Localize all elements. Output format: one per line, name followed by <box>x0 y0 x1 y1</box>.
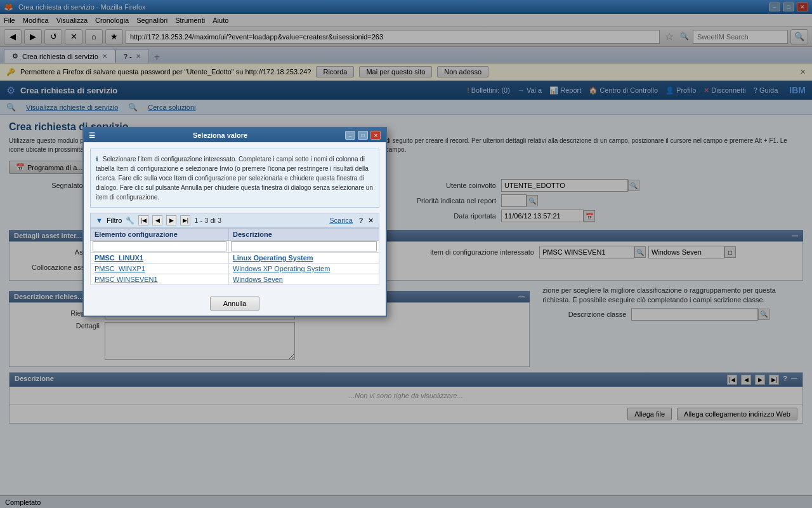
dialog-close-icon: ✕ <box>368 217 374 225</box>
dialog-row-3-desc[interactable]: Windows Seven <box>233 276 283 283</box>
dialog-nav-btn-4[interactable]: ▶| <box>180 215 190 225</box>
dialog-body: ℹ Selezionare l'item di configurazione i… <box>84 142 386 291</box>
dialog-footer: Annulla <box>84 291 386 316</box>
dialog-info-text: Selezionare l'item di configurazione int… <box>96 156 373 201</box>
dialog-nav-btn-2[interactable]: ◀ <box>152 215 162 225</box>
dialog-row-3-id[interactable]: PMSC WINSEVEN1 <box>95 276 158 283</box>
dialog-row-1-desc[interactable]: Linux Operating System <box>233 254 313 262</box>
dialog-nav-btn-3[interactable]: ▶ <box>166 215 176 225</box>
dialog-title: Seleziona valore <box>193 131 247 139</box>
dialog-row-2-desc[interactable]: Windows XP Operating System <box>233 265 330 272</box>
table-row: PMSC WINSEVEN1 Windows Seven <box>91 274 379 285</box>
dialog-nav-btn-1[interactable]: |◀ <box>138 215 148 225</box>
dialog-filter-descrizione-input[interactable] <box>231 241 377 251</box>
dialog-download-link[interactable]: Scarica <box>329 217 353 224</box>
dialog-filter-row <box>91 241 379 253</box>
dialog-close-button[interactable]: ✕ <box>370 131 381 140</box>
dialog-icon: ☰ <box>89 131 95 140</box>
table-row: PMSC_WINXP1 Windows XP Operating System <box>91 264 379 274</box>
dialog-row-2-id[interactable]: PMSC_WINXP1 <box>95 265 145 272</box>
dialog-cancel-button[interactable]: Annulla <box>210 297 260 311</box>
dialog-record-count: 1 - 3 di 3 <box>194 217 221 224</box>
dialog-titlebar: ☰ Seleziona valore – □ ✕ <box>84 128 386 142</box>
dialog-row-1-id[interactable]: PMSC_LINUX1 <box>95 254 143 262</box>
table-row: PMSC_LINUX1 Linux Operating System <box>91 253 379 264</box>
dialog-controls: – □ ✕ <box>345 131 381 140</box>
filter-funnel-icon: ▼ <box>96 217 103 224</box>
dialog-minimize-button[interactable]: – <box>345 131 355 140</box>
dialog-results-table: Elemento configurazione Descrizione PMSC… <box>90 228 379 285</box>
dialog-help-icon: ? <box>359 217 363 224</box>
dialog-col-descrizione[interactable]: Descrizione <box>229 229 379 241</box>
dialog-filter-bar: ▼ Filtro 🔧 |◀ ◀ ▶ ▶| 1 - 3 di 3 Scarica … <box>90 213 379 228</box>
dialog-info-box: ℹ Selezionare l'item di configurazione i… <box>90 149 379 208</box>
filter-label: Filtro <box>107 217 122 224</box>
filter-move-icon: 🔧 <box>126 217 134 225</box>
dialog-filter-elemento-input[interactable] <box>93 241 226 251</box>
seleziona-valore-dialog: ☰ Seleziona valore – □ ✕ ℹ Selezionare l… <box>82 127 387 317</box>
dialog-col-elemento[interactable]: Elemento configurazione <box>91 229 229 241</box>
dialog-resize-button[interactable]: □ <box>358 131 368 140</box>
info-icon: ℹ <box>96 156 98 163</box>
